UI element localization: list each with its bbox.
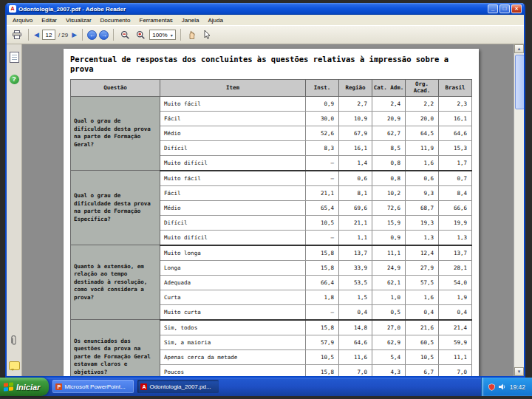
document-title: Percentual de respostas dos concluintes … — [70, 55, 457, 74]
value-cell: 0,6 — [406, 171, 439, 186]
security-shield-icon[interactable] — [488, 383, 495, 391]
comments-panel-icon[interactable] — [9, 361, 20, 370]
value-cell: 21,4 — [439, 320, 472, 335]
value-cell: 66,4 — [306, 275, 339, 290]
value-cell: 1,0 — [372, 290, 406, 304]
taskbar-task-powerpoint[interactable]: P Microsoft PowerPoint... — [52, 380, 134, 393]
column-header: Item — [160, 80, 306, 96]
window-controls: _ □ × — [488, 4, 522, 13]
document-area[interactable]: Percentual de respostas dos concluintes … — [22, 44, 514, 376]
system-tray: 19:42 — [481, 378, 532, 396]
maximize-button[interactable]: □ — [499, 4, 510, 13]
menu-documento[interactable]: Documento — [96, 16, 135, 24]
column-header: Inst. — [306, 80, 339, 96]
item-cell: Apenas cerca da metade — [160, 349, 306, 364]
value-cell: 21,1 — [306, 185, 339, 200]
value-cell: 8,5 — [372, 140, 406, 155]
item-cell: Poucos — [160, 364, 306, 376]
question-cell: Qual o grau de dificuldade desta prova n… — [71, 171, 160, 245]
previous-view-button[interactable]: ← — [87, 30, 97, 40]
value-cell: – — [306, 304, 339, 320]
value-cell: 59,9 — [439, 335, 472, 349]
volume-icon[interactable] — [499, 383, 506, 390]
select-cursor-icon — [204, 30, 211, 39]
value-cell: 2,7 — [339, 96, 372, 111]
value-cell: 11,1 — [372, 245, 406, 261]
value-cell: 1,9 — [439, 290, 472, 304]
value-cell: 62,1 — [372, 275, 406, 290]
zoom-in-button[interactable] — [134, 28, 147, 41]
scrollbar-thumb[interactable] — [515, 55, 525, 109]
hand-tool-button[interactable] — [185, 28, 199, 41]
value-cell: 0,4 — [406, 304, 439, 320]
value-cell: 2,3 — [439, 96, 472, 111]
table-row: Qual o grau de dificuldade desta prova n… — [71, 171, 472, 186]
value-cell: – — [306, 155, 339, 171]
menu-visualizar[interactable]: Visualizar — [61, 16, 96, 24]
value-cell: 16,1 — [439, 111, 472, 126]
value-cell: 1,6 — [406, 290, 439, 304]
value-cell: 64,6 — [439, 126, 472, 140]
previous-page-button[interactable]: ◀ — [33, 32, 40, 38]
zoom-level-select[interactable]: 100% ▾ — [149, 30, 175, 40]
menu-janela[interactable]: Janela — [177, 16, 204, 24]
value-cell: 69,6 — [339, 200, 372, 215]
item-cell: Muito fácil — [160, 96, 306, 111]
item-cell: Muito curta — [160, 304, 306, 320]
value-cell: 1,5 — [339, 290, 372, 304]
windows-logo-icon — [4, 382, 13, 392]
value-cell: 1,3 — [406, 230, 439, 245]
next-view-button[interactable]: → — [99, 30, 109, 40]
value-cell: 0,9 — [306, 96, 339, 111]
toolbar-separator — [180, 29, 181, 41]
titlebar[interactable]: A Odontologia_2007.pdf - Adobe Reader _ … — [7, 3, 524, 15]
value-cell: 67,9 — [339, 126, 372, 140]
minimize-button[interactable]: _ — [488, 4, 498, 13]
value-cell: 8,4 — [439, 185, 472, 200]
pages-panel-icon[interactable] — [10, 52, 19, 63]
scroll-down-button[interactable]: ▼ — [514, 367, 524, 376]
page-number-input[interactable] — [42, 30, 55, 40]
print-button[interactable] — [10, 28, 24, 41]
paperclip-icon — [10, 335, 18, 347]
vertical-scrollbar[interactable]: ▲ ▼ — [514, 44, 524, 376]
navigation-panel: ? — [7, 44, 22, 376]
value-cell: 8,3 — [306, 140, 339, 155]
next-page-button[interactable]: ▶ — [71, 32, 78, 38]
window-body: ? Percentual de respostas dos concluinte… — [7, 44, 524, 376]
item-cell: Adequada — [160, 275, 306, 290]
value-cell: 21,1 — [339, 215, 372, 230]
scroll-up-button[interactable]: ▲ — [514, 44, 524, 53]
value-cell: 60,5 — [406, 335, 439, 349]
value-cell: 27,0 — [372, 320, 406, 335]
zoom-out-button[interactable] — [118, 28, 132, 41]
menu-arquivo[interactable]: Arquivo — [8, 16, 37, 24]
hand-icon — [188, 30, 196, 39]
value-cell: 54,0 — [439, 275, 472, 290]
value-cell: 1,8 — [306, 290, 339, 304]
close-button[interactable]: × — [511, 4, 522, 13]
start-button[interactable]: Iniciar — [0, 378, 49, 396]
value-cell: 0,9 — [372, 230, 406, 245]
menu-ajuda[interactable]: Ajuda — [203, 16, 227, 24]
value-cell: 0,8 — [372, 155, 406, 171]
value-cell: 13,7 — [339, 245, 372, 261]
menu-editar[interactable]: Editar — [37, 16, 61, 24]
value-cell: 30,0 — [306, 111, 339, 126]
value-cell: 64,6 — [339, 335, 372, 349]
table-row: Quanto à extensão, em relação ao tempo d… — [71, 245, 472, 261]
attachments-panel-button[interactable] — [10, 335, 18, 349]
taskbar-task-pdf[interactable]: A Odontologia_2007.pd... — [137, 380, 219, 393]
toolbar-separator — [28, 29, 29, 41]
value-cell: 0,7 — [439, 171, 472, 186]
item-cell: Médio — [160, 126, 306, 140]
value-cell: 10,5 — [306, 215, 339, 230]
select-tool-button[interactable] — [201, 28, 214, 41]
help-icon[interactable]: ? — [10, 75, 19, 84]
question-cell: Qual o grau de dificuldade desta prova n… — [71, 96, 160, 171]
results-table: QuestãoItemInst.RegiãoCat. Adm.Org. Acad… — [70, 79, 472, 376]
column-header: Região — [339, 80, 372, 96]
adobe-pdf-icon: A — [140, 383, 147, 390]
item-cell: Fácil — [160, 111, 306, 126]
menu-ferramentas[interactable]: Ferramentas — [135, 16, 177, 24]
